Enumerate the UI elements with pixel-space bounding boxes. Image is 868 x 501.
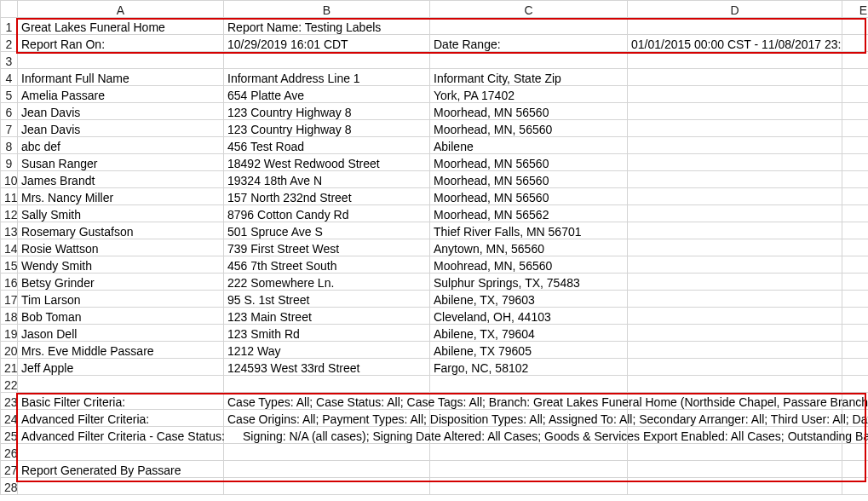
- cell-D8[interactable]: [628, 137, 842, 154]
- row-header[interactable]: 20: [1, 342, 18, 359]
- cell-C27[interactable]: [430, 461, 628, 478]
- cell-C12[interactable]: Moorhead, MN 56562: [430, 205, 628, 222]
- cell-A11[interactable]: Mrs. Nancy Miller: [18, 188, 224, 205]
- cell-A13[interactable]: Rosemary Gustafson: [18, 222, 224, 239]
- cell-C28[interactable]: [430, 478, 628, 495]
- cell-E8[interactable]: [842, 137, 869, 154]
- cell-D22[interactable]: [628, 376, 842, 393]
- cell-D26[interactable]: [628, 444, 842, 461]
- cell-E11[interactable]: [842, 188, 869, 205]
- cell-A6[interactable]: Jean Davis: [18, 103, 224, 120]
- cell-C20[interactable]: Abilene, TX 79605: [430, 342, 628, 359]
- row-header[interactable]: 19: [1, 325, 18, 342]
- cell-A23[interactable]: Basic Filter Criteria:: [18, 393, 224, 410]
- cell-A12[interactable]: Sally Smith: [18, 205, 224, 222]
- cell-E1[interactable]: [842, 18, 869, 35]
- spreadsheet-grid[interactable]: A B C D E 1 Great Lakes Funeral Home Rep…: [0, 0, 868, 495]
- cell-E28[interactable]: [842, 478, 869, 495]
- row-header[interactable]: 11: [1, 188, 18, 205]
- row-header[interactable]: 8: [1, 137, 18, 154]
- cell-A24[interactable]: Advanced Filter Criteria:: [18, 410, 224, 427]
- cell-E27[interactable]: [842, 461, 869, 478]
- col-header-E[interactable]: E: [842, 1, 869, 18]
- cell-B21[interactable]: 124593 West 33rd Street: [224, 359, 430, 376]
- cell-E7[interactable]: [842, 120, 869, 137]
- row-header[interactable]: 4: [1, 69, 18, 86]
- cell-B5[interactable]: 654 Platte Ave: [224, 86, 430, 103]
- cell-C4[interactable]: Informant City, State Zip: [430, 69, 628, 86]
- cell-D21[interactable]: [628, 359, 842, 376]
- cell-B20[interactable]: 1212 Way: [224, 342, 430, 359]
- cell-D2[interactable]: 01/01/2015 00:00 CST - 11/08/2017 23:59 …: [628, 35, 842, 52]
- cell-D18[interactable]: [628, 308, 842, 325]
- cell-A9[interactable]: Susan Ranger: [18, 154, 224, 171]
- cell-A17[interactable]: Tim Larson: [18, 291, 224, 308]
- cell-C14[interactable]: Anytown, MN, 56560: [430, 239, 628, 256]
- row-header[interactable]: 24: [1, 410, 18, 427]
- cell-E12[interactable]: [842, 205, 869, 222]
- cell-B10[interactable]: 19324 18th Ave N: [224, 171, 430, 188]
- cell-A15[interactable]: Wendy Smith: [18, 256, 224, 274]
- cell-B15[interactable]: 456 7th Street South: [224, 256, 430, 274]
- cell-B1[interactable]: Report Name: Testing Labels: [224, 18, 430, 35]
- cell-B4[interactable]: Informant Address Line 1: [224, 69, 430, 86]
- cell-D4[interactable]: [628, 69, 842, 86]
- row-header[interactable]: 9: [1, 154, 18, 171]
- cell-C7[interactable]: Moorhead, MN, 56560: [430, 120, 628, 137]
- cell-C11[interactable]: Moorhead, MN 56560: [430, 188, 628, 205]
- row-header[interactable]: 14: [1, 239, 18, 256]
- cell-E15[interactable]: [842, 256, 869, 274]
- cell-C18[interactable]: Cleveland, OH, 44103: [430, 308, 628, 325]
- cell-D13[interactable]: [628, 222, 842, 239]
- cell-D28[interactable]: [628, 478, 842, 495]
- cell-A22[interactable]: [18, 376, 224, 393]
- cell-D14[interactable]: [628, 239, 842, 256]
- cell-A20[interactable]: Mrs. Eve Middle Passare: [18, 342, 224, 359]
- cell-C21[interactable]: Fargo, NC, 58102: [430, 359, 628, 376]
- col-header-B[interactable]: B: [224, 1, 430, 18]
- cell-C17[interactable]: Abilene, TX, 79603: [430, 291, 628, 308]
- cell-D11[interactable]: [628, 188, 842, 205]
- cell-D12[interactable]: [628, 205, 842, 222]
- cell-B17[interactable]: 95 S. 1st Street: [224, 291, 430, 308]
- cell-E19[interactable]: [842, 325, 869, 342]
- cell-B19[interactable]: 123 Smith Rd: [224, 325, 430, 342]
- cell-B7[interactable]: 123 Country Highway 8: [224, 120, 430, 137]
- cell-D5[interactable]: [628, 86, 842, 103]
- cell-E26[interactable]: [842, 444, 869, 461]
- cell-E6[interactable]: [842, 103, 869, 120]
- cell-B18[interactable]: 123 Main Street: [224, 308, 430, 325]
- row-header[interactable]: 6: [1, 103, 18, 120]
- cell-A26[interactable]: [18, 444, 224, 461]
- cell-B3[interactable]: [224, 52, 430, 69]
- cell-B13[interactable]: 501 Spruce Ave S: [224, 222, 430, 239]
- cell-B28[interactable]: [224, 478, 430, 495]
- cell-A14[interactable]: Rosie Wattson: [18, 239, 224, 256]
- cell-B25[interactable]: Signing: N/A (all cases); Signing Date A…: [224, 427, 430, 444]
- cell-B16[interactable]: 222 Somewhere Ln.: [224, 274, 430, 291]
- cell-C2[interactable]: Date Range:: [430, 35, 628, 52]
- row-header[interactable]: 22: [1, 376, 18, 393]
- row-header[interactable]: 10: [1, 171, 18, 188]
- cell-A28[interactable]: [18, 478, 224, 495]
- cell-E10[interactable]: [842, 171, 869, 188]
- cell-D20[interactable]: [628, 342, 842, 359]
- col-header-D[interactable]: D: [628, 1, 842, 18]
- row-header[interactable]: 13: [1, 222, 18, 239]
- cell-A5[interactable]: Amelia Passare: [18, 86, 224, 103]
- cell-B23[interactable]: Case Types: All; Case Status: All; Case …: [224, 393, 430, 410]
- row-header[interactable]: 27: [1, 461, 18, 478]
- cell-E5[interactable]: [842, 86, 869, 103]
- cell-C5[interactable]: York, PA 17402: [430, 86, 628, 103]
- cell-E22[interactable]: [842, 376, 869, 393]
- cell-E13[interactable]: [842, 222, 869, 239]
- cell-E4[interactable]: [842, 69, 869, 86]
- col-header-C[interactable]: C: [430, 1, 628, 18]
- row-header[interactable]: 16: [1, 274, 18, 291]
- cell-E20[interactable]: [842, 342, 869, 359]
- col-header-A[interactable]: A: [18, 1, 224, 18]
- row-header[interactable]: 25: [1, 427, 18, 444]
- row-header[interactable]: 7: [1, 120, 18, 137]
- cell-E2[interactable]: [842, 35, 869, 52]
- cell-C16[interactable]: Sulphur Springs, TX, 75483: [430, 274, 628, 291]
